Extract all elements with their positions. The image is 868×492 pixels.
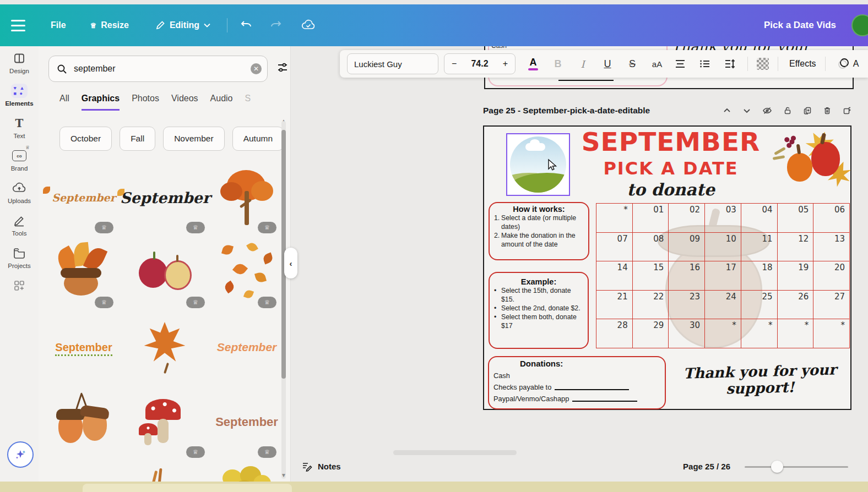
strikethrough-button[interactable]: S (625, 58, 639, 70)
graphic-thumb-tree[interactable]: ♕ (211, 161, 282, 234)
calendar-cell[interactable]: 13 (813, 232, 850, 261)
calendar-cell[interactable]: 30 (669, 319, 705, 348)
panel-collapse-handle[interactable]: ‹ (284, 248, 297, 278)
delete-page-icon[interactable] (823, 106, 832, 115)
calendar-cell[interactable]: 03 (705, 204, 741, 233)
calendar-cell[interactable]: * (596, 204, 633, 233)
graphic-thumb-acorns[interactable] (48, 385, 119, 459)
calendar-cell[interactable]: 04 (741, 204, 777, 233)
line-spacing-button[interactable] (724, 59, 739, 69)
sidebar-item-tools[interactable]: Tools (0, 209, 39, 241)
chip-fall[interactable]: Fall (120, 127, 155, 151)
calendar-cell[interactable]: 16 (669, 261, 705, 291)
zoom-slider[interactable] (745, 466, 848, 468)
calendar-cell[interactable]: 26 (777, 290, 813, 319)
graphic-thumb-apples[interactable]: ♕ (120, 236, 210, 309)
calendar-cell[interactable]: 23 (669, 290, 705, 319)
calendar-cell[interactable]: 15 (632, 261, 669, 291)
design-title-september[interactable]: SEPTEMBER (571, 127, 771, 157)
calendar-cell[interactable]: 01 (632, 204, 669, 233)
graphic-thumb-mushroom[interactable]: ♕ (120, 385, 210, 459)
calendar-cell[interactable]: 05 (777, 204, 813, 233)
sidebar-item-design[interactable]: Design (0, 46, 39, 79)
search-input[interactable] (73, 63, 251, 74)
calendar-cell[interactable]: 07 (596, 232, 633, 261)
resize-button[interactable]: ♕ Resize (90, 20, 129, 30)
italic-button[interactable]: I (576, 58, 590, 70)
calendar-cell[interactable]: 02 (669, 204, 705, 233)
assistant-button[interactable] (7, 441, 34, 468)
sidebar-item-text[interactable]: TText (0, 111, 39, 144)
text-case-button[interactable]: aA (650, 59, 664, 69)
design-page-25[interactable]: SEPTEMBER PICK A DATE to donate How it w… (483, 125, 851, 410)
animate-button[interactable]: A (837, 57, 859, 70)
editing-mode-dropdown[interactable]: Editing (155, 20, 210, 30)
font-size-value[interactable]: 74.2 (471, 59, 488, 69)
panel-scrollbar[interactable] (281, 121, 286, 479)
calendar-cell[interactable]: 10 (705, 232, 741, 261)
lock-page-icon[interactable] (783, 106, 792, 115)
calendar-cell[interactable]: 20 (813, 261, 850, 291)
hamburger-menu-icon[interactable] (11, 20, 25, 31)
sidebar-item-elements[interactable]: ♥▲■●Elements (0, 79, 39, 111)
cloud-save-status-icon[interactable] (301, 19, 316, 31)
notes-button[interactable]: Notes (302, 462, 341, 472)
donation-calendar[interactable]: *010203040506070809101112131415161718192… (596, 203, 850, 348)
search-box[interactable]: ✕ (48, 56, 268, 82)
graphic-thumb-sept-retro[interactable]: September (48, 310, 119, 384)
calendar-cell[interactable]: 27 (813, 290, 850, 319)
sidebar-item-projects[interactable]: Projects (0, 241, 39, 274)
calendar-cell[interactable]: 19 (777, 261, 813, 291)
decrease-font-size-button[interactable]: − (452, 59, 457, 69)
undo-button[interactable] (240, 19, 253, 32)
tab-audio[interactable]: Audio (210, 94, 233, 111)
bold-button[interactable]: B (551, 58, 565, 70)
alignment-button[interactable] (675, 59, 689, 69)
example-box[interactable]: Example: •Select the 15th, donate $15.•S… (489, 272, 589, 349)
calendar-cell[interactable]: 14 (596, 261, 633, 291)
sidebar-item-uploads[interactable]: Uploads (0, 176, 39, 209)
calendar-cell[interactable]: 11 (741, 232, 777, 261)
calendar-cell[interactable]: 06 (813, 204, 850, 233)
chip-october[interactable]: October (59, 127, 112, 151)
increase-font-size-button[interactable]: + (503, 59, 508, 69)
bullet-list-button[interactable] (699, 59, 714, 69)
file-menu[interactable]: File (51, 20, 66, 30)
add-page-icon[interactable] (843, 106, 851, 115)
donations-box[interactable]: Donations: Cash Checks payable to Paypal… (488, 356, 666, 409)
calendar-cell[interactable]: 12 (777, 232, 813, 261)
scroll-down-arrow[interactable]: ▼ (281, 472, 286, 478)
calendar-cell[interactable]: 28 (596, 319, 633, 348)
text-color-button[interactable]: A (526, 57, 540, 70)
calendar-cell[interactable]: 24 (705, 290, 741, 319)
document-title[interactable]: Pick a Date Vids (764, 20, 836, 31)
transparency-button[interactable] (757, 58, 769, 70)
clear-search-icon[interactable]: ✕ (251, 63, 262, 74)
font-family-selector[interactable]: Luckiest Guy (347, 53, 438, 74)
design-title-pick-a-date[interactable]: PICK A DATE (571, 158, 771, 179)
tab-videos[interactable]: Videos (171, 94, 198, 111)
calendar-cell[interactable]: 08 (632, 232, 669, 261)
graphic-thumb-sept-decor[interactable]: September♕ (48, 161, 119, 234)
tab-s[interactable]: S (245, 94, 251, 111)
tab-all[interactable]: All (59, 94, 69, 111)
page-title[interactable]: Page 25 - September-pick-a-date-editable (483, 106, 650, 116)
design-subtitle-to-donate[interactable]: to donate (571, 180, 771, 199)
graphic-thumb-falling-leaves[interactable]: ♕ (211, 236, 282, 309)
graphic-thumb-sept-groovy[interactable]: September (211, 310, 282, 384)
move-page-up-icon[interactable] (723, 106, 731, 115)
duplicate-page-icon[interactable] (803, 106, 812, 115)
hide-page-icon[interactable] (762, 106, 772, 115)
chip-november[interactable]: November (163, 127, 225, 151)
calendar-cell[interactable]: 09 (669, 232, 705, 261)
graphic-thumb-sept-bubble[interactable]: September♕ (211, 385, 282, 459)
pumpkins-graphic[interactable] (773, 128, 850, 198)
account-avatar[interactable] (851, 14, 868, 36)
sidebar-item-apps[interactable] (0, 274, 39, 297)
calendar-cell[interactable]: 29 (632, 319, 669, 348)
calendar-cell[interactable]: 18 (741, 261, 777, 291)
calendar-cell[interactable]: 21 (596, 290, 633, 319)
chip-autumn[interactable]: Autumn (232, 127, 284, 151)
calendar-cell[interactable]: 25 (741, 290, 777, 319)
underline-button[interactable]: U (600, 58, 615, 70)
